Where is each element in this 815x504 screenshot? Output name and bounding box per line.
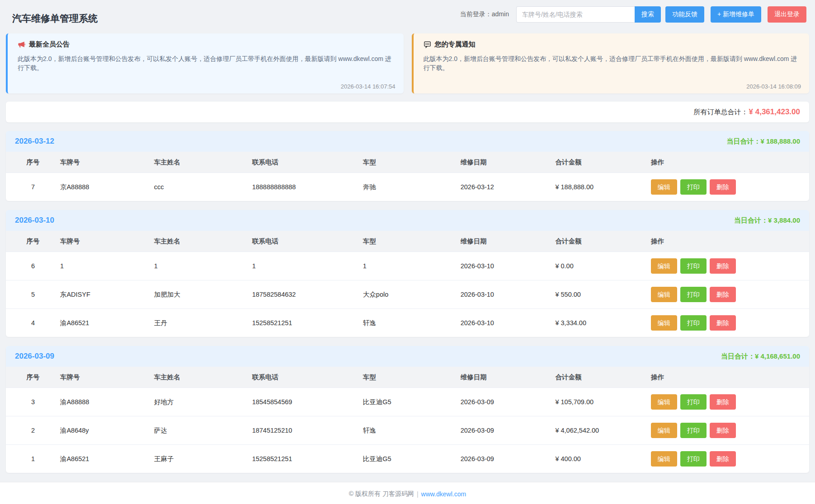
orders-grand-total: 所有订单总合计： ¥ 4,361,423.00 xyxy=(6,102,809,122)
order-cell: 5 xyxy=(6,280,60,309)
announcement-time: 2026-03-14 16:07:54 xyxy=(341,83,396,90)
megaphone-icon xyxy=(18,41,25,48)
order-cell: ccc xyxy=(154,173,252,201)
order-cell: 6 xyxy=(6,252,60,280)
column-header: 序号 xyxy=(6,152,60,173)
page-footer: © 版权所有 刀客源码网 | www.dkewl.com xyxy=(0,482,815,504)
column-header: 联系电话 xyxy=(252,152,363,173)
group-date: 2026-03-12 xyxy=(15,137,54,146)
delete-button[interactable]: 删除 xyxy=(710,287,736,302)
order-cell: 奔驰 xyxy=(363,173,461,201)
delete-button[interactable]: 删除 xyxy=(710,258,736,274)
order-cell: 大众polo xyxy=(363,280,461,309)
print-button[interactable]: 打印 xyxy=(680,451,707,467)
order-groups: 2026-03-12 当日合计：¥ 188,888.00 序号车牌号车主姓名联系… xyxy=(0,131,815,473)
order-cell: 2026-03-10 xyxy=(461,280,556,309)
group-daily-total: 当日合计：¥ 188,888.00 xyxy=(726,137,800,146)
column-header: 序号 xyxy=(6,231,60,252)
column-header: 车型 xyxy=(363,231,461,252)
group-daily-total: 当日合计：¥ 3,884.00 xyxy=(734,216,800,225)
order-row: 5东ADISYF加肥加大187582584632大众polo2026-03-10… xyxy=(6,280,809,309)
footer-link[interactable]: www.dkewl.com xyxy=(421,490,466,498)
top-bar: 汽车维修单管理系统 当前登录：admin 搜索 功能反馈 + 新增维修单 退出登… xyxy=(0,0,815,30)
search-box: 搜索 xyxy=(516,6,661,23)
column-header: 维修日期 xyxy=(461,231,556,252)
order-cell: 4 xyxy=(6,309,60,337)
orders-table: 序号车牌号车主姓名联系电话车型维修日期合计金额操作 611112026-03-1… xyxy=(6,231,809,337)
order-cell: 15258521251 xyxy=(252,445,363,473)
print-button[interactable]: 打印 xyxy=(680,258,707,274)
order-cell: 比亚迪G5 xyxy=(363,388,461,416)
table-header-row: 序号车牌号车主姓名联系电话车型维修日期合计金额操作 xyxy=(6,152,809,173)
delete-button[interactable]: 删除 xyxy=(710,179,736,195)
order-cell: 萨达 xyxy=(154,416,252,445)
orders-table: 序号车牌号车主姓名联系电话车型维修日期合计金额操作 7京A88888ccc188… xyxy=(6,152,809,201)
order-cell: ¥ 4,062,542.00 xyxy=(555,416,650,445)
delete-button[interactable]: 删除 xyxy=(710,394,736,410)
announcement-body: 此版本为2.0，新增后台账号管理和公告发布，可以私发个人账号，适合修理厂员工带手… xyxy=(18,54,394,72)
current-login-label: 当前登录：admin xyxy=(460,10,509,19)
order-group: 2026-03-10 当日合计：¥ 3,884.00 序号车牌号车主姓名联系电话… xyxy=(6,210,809,337)
edit-button[interactable]: 编辑 xyxy=(651,394,677,410)
order-cell: 18545854569 xyxy=(252,388,363,416)
group-header: 2026-03-10 当日合计：¥ 3,884.00 xyxy=(6,210,809,231)
personal-notice-card: 您的专属通知 此版本为2.0，新增后台账号管理和公告发布，可以私发个人账号，适合… xyxy=(412,33,810,93)
order-cell: 7 xyxy=(6,173,60,201)
order-row: 3渝A88888好地方18545854569比亚迪G52026-03-09¥ 1… xyxy=(6,388,809,416)
edit-button[interactable]: 编辑 xyxy=(651,179,677,195)
print-button[interactable]: 打印 xyxy=(680,315,707,331)
edit-button[interactable]: 编辑 xyxy=(651,287,677,302)
delete-button[interactable]: 删除 xyxy=(710,451,736,467)
order-cell: 渝A8648y xyxy=(60,416,154,445)
search-button[interactable]: 搜索 xyxy=(635,6,661,23)
order-cell: 2026-03-10 xyxy=(461,252,556,280)
column-header: 车牌号 xyxy=(60,231,154,252)
order-cell: 2026-03-09 xyxy=(461,388,556,416)
row-actions: 编辑打印删除 xyxy=(651,280,809,309)
delete-button[interactable]: 删除 xyxy=(710,315,736,331)
print-button[interactable]: 打印 xyxy=(680,179,707,195)
header-controls: 当前登录：admin 搜索 功能反馈 + 新增维修单 退出登录 xyxy=(460,6,806,23)
order-cell: 2026-03-10 xyxy=(461,309,556,337)
order-cell: 加肥加大 xyxy=(154,280,252,309)
column-header: 操作 xyxy=(651,152,809,173)
print-button[interactable]: 打印 xyxy=(680,394,707,410)
column-header: 合计金额 xyxy=(555,231,650,252)
delete-button[interactable]: 删除 xyxy=(710,423,736,438)
order-row: 2渝A8648y萨达18745125210轩逸2026-03-09¥ 4,062… xyxy=(6,416,809,445)
table-header-row: 序号车牌号车主姓名联系电话车型维修日期合计金额操作 xyxy=(6,367,809,388)
row-actions: 编辑打印删除 xyxy=(651,309,809,337)
feedback-button[interactable]: 功能反馈 xyxy=(665,6,704,23)
edit-button[interactable]: 编辑 xyxy=(651,315,677,331)
column-header: 操作 xyxy=(651,367,809,388)
announcement-card: 最新全员公告 此版本为2.0，新增后台账号管理和公告发布，可以私发个人账号，适合… xyxy=(6,33,404,93)
grand-total-label: 所有订单总合计： xyxy=(694,108,748,117)
edit-button[interactable]: 编辑 xyxy=(651,423,677,438)
print-button[interactable]: 打印 xyxy=(680,423,707,438)
group-header: 2026-03-09 当日合计：¥ 4,168,651.00 xyxy=(6,346,809,367)
column-header: 车主姓名 xyxy=(154,367,252,388)
order-cell: 187582584632 xyxy=(252,280,363,309)
column-header: 车主姓名 xyxy=(154,152,252,173)
print-button[interactable]: 打印 xyxy=(680,287,707,302)
order-cell: 2026-03-12 xyxy=(461,173,556,201)
order-cell: ¥ 105,709.00 xyxy=(555,388,650,416)
notice-section: 最新全员公告 此版本为2.0，新增后台账号管理和公告发布，可以私发个人账号，适合… xyxy=(0,33,815,93)
edit-button[interactable]: 编辑 xyxy=(651,258,677,274)
column-header: 车型 xyxy=(363,152,461,173)
column-header: 维修日期 xyxy=(461,367,556,388)
column-header: 车牌号 xyxy=(60,152,154,173)
order-cell: 15258521251 xyxy=(252,309,363,337)
add-repair-order-button[interactable]: + 新增维修单 xyxy=(711,6,761,23)
logout-button[interactable]: 退出登录 xyxy=(768,6,806,23)
edit-button[interactable]: 编辑 xyxy=(651,451,677,467)
order-cell: 王丹 xyxy=(154,309,252,337)
row-actions: 编辑打印删除 xyxy=(651,445,809,473)
page-title: 汽车维修单管理系统 xyxy=(12,12,98,25)
order-cell: ¥ 188,888.00 xyxy=(555,173,650,201)
order-cell: 2 xyxy=(6,416,60,445)
order-cell: 轩逸 xyxy=(363,416,461,445)
search-input[interactable] xyxy=(516,6,635,23)
order-row: 1渝A86521王麻子15258521251比亚迪G52026-03-09¥ 4… xyxy=(6,445,809,473)
order-cell: 2026-03-09 xyxy=(461,416,556,445)
